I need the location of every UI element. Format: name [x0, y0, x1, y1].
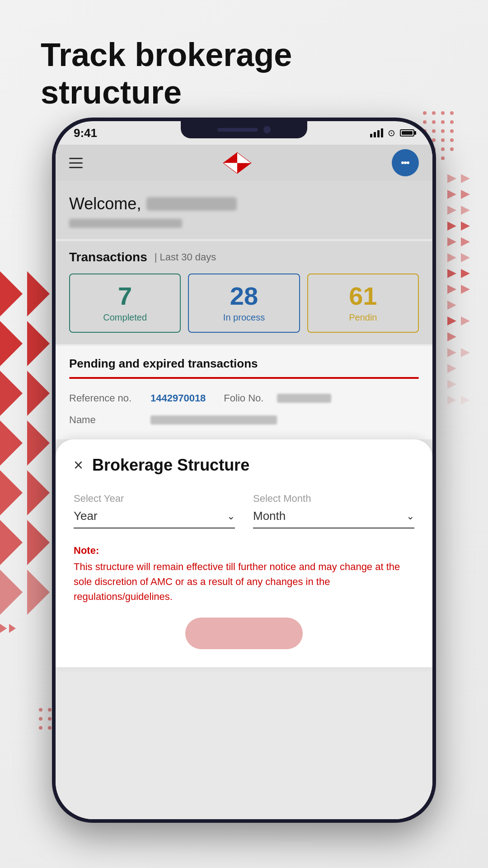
month-dropdown[interactable]: Month ⌄ — [253, 509, 414, 528]
svg-marker-58 — [0, 420, 23, 466]
svg-marker-44 — [461, 316, 470, 326]
svg-point-0 — [423, 111, 427, 115]
svg-marker-57 — [27, 371, 50, 416]
svg-marker-40 — [447, 285, 456, 294]
svg-marker-63 — [27, 520, 50, 565]
red-divider — [69, 377, 419, 379]
svg-marker-56 — [0, 371, 23, 416]
right-arrows-pattern — [445, 172, 486, 443]
note-section: Note: This structure will remain effecti… — [74, 545, 414, 604]
svg-marker-54 — [0, 321, 23, 366]
transactions-period: | Last 30 days — [155, 251, 216, 263]
pending-title: Pending and expired transactions — [69, 357, 419, 371]
svg-marker-53 — [27, 271, 50, 316]
svg-point-71 — [48, 717, 52, 721]
svg-marker-38 — [447, 269, 456, 278]
svg-marker-79 — [237, 153, 251, 163]
svg-marker-33 — [461, 222, 470, 231]
svg-point-81 — [404, 161, 407, 164]
month-chevron-icon: ⌄ — [406, 510, 414, 522]
phone-frame: 9:41 ⊙ — [52, 118, 436, 823]
page-heading: Track brokerage structure — [41, 36, 292, 111]
svg-marker-65 — [27, 570, 50, 615]
svg-marker-42 — [447, 301, 456, 310]
status-time: 9:41 — [74, 126, 97, 140]
svg-point-15 — [450, 138, 454, 142]
folio-value-blurred — [277, 394, 331, 403]
pending-expired-section: Pending and expired transactions Referen… — [56, 346, 432, 439]
svg-marker-78 — [224, 163, 237, 173]
note-text: This structure will remain effective til… — [74, 559, 414, 604]
app-header — [56, 145, 432, 181]
submit-button[interactable] — [185, 618, 303, 649]
notch-camera — [263, 126, 271, 133]
year-value: Year — [74, 509, 98, 523]
svg-marker-43 — [447, 316, 456, 326]
reference-value: 1442970018 — [150, 392, 206, 404]
phone-notch — [181, 121, 307, 138]
svg-point-70 — [39, 717, 42, 721]
status-icons: ⊙ — [370, 127, 414, 138]
svg-marker-55 — [27, 321, 50, 366]
battery-icon — [400, 129, 414, 137]
svg-marker-52 — [0, 271, 23, 316]
year-selector-group: Select Year Year ⌄ — [74, 493, 235, 528]
wifi-icon: ⊙ — [388, 127, 395, 138]
tx-pending-label: Pendin — [349, 312, 377, 323]
svg-point-11 — [450, 129, 454, 133]
tx-card-in-process[interactable]: 28 In process — [188, 274, 300, 333]
svg-marker-77 — [237, 163, 251, 173]
signal-icon — [370, 128, 383, 137]
name-value-blurred — [150, 415, 277, 425]
svg-marker-48 — [447, 364, 456, 373]
sheet-header: × Brokerage Structure — [74, 456, 414, 475]
tx-card-pending[interactable]: 61 Pendin — [307, 274, 419, 333]
month-label: Select Month — [253, 493, 414, 505]
svg-marker-51 — [461, 396, 470, 405]
svg-marker-76 — [224, 153, 237, 163]
year-dropdown[interactable]: Year ⌄ — [74, 509, 235, 528]
svg-point-10 — [441, 129, 445, 133]
svg-marker-36 — [447, 253, 456, 262]
svg-marker-29 — [461, 190, 470, 199]
svg-marker-61 — [27, 470, 50, 515]
svg-marker-27 — [461, 174, 470, 183]
app-content: Welcome, Transactions | Last 30 days 7 C… — [56, 145, 432, 819]
svg-marker-31 — [461, 206, 470, 215]
svg-marker-47 — [461, 348, 470, 357]
sheet-title: Brokerage Structure — [92, 456, 249, 475]
svg-marker-62 — [0, 520, 23, 565]
svg-marker-67 — [9, 624, 16, 633]
selectors-row: Select Year Year ⌄ Select Month Month ⌄ — [74, 493, 414, 528]
svg-point-19 — [450, 147, 454, 151]
year-chevron-icon: ⌄ — [227, 510, 235, 522]
svg-point-80 — [401, 161, 404, 164]
chat-button[interactable] — [392, 149, 419, 176]
tx-card-completed[interactable]: 7 Completed — [69, 274, 181, 333]
svg-marker-30 — [447, 206, 456, 215]
svg-marker-46 — [447, 348, 456, 357]
svg-point-7 — [450, 120, 454, 124]
welcome-name-blurred — [146, 197, 237, 211]
svg-point-18 — [441, 147, 445, 151]
svg-marker-34 — [447, 237, 456, 246]
svg-marker-64 — [0, 570, 23, 615]
tx-in-process-number: 28 — [230, 283, 258, 309]
svg-point-14 — [441, 138, 445, 142]
reference-label: Reference no. — [69, 392, 141, 404]
tx-completed-label: Completed — [103, 312, 147, 323]
welcome-subtitle-blurred — [69, 219, 182, 228]
svg-point-9 — [432, 129, 436, 133]
hamburger-menu[interactable] — [69, 158, 83, 168]
name-row: Name — [69, 410, 419, 430]
close-button[interactable]: × — [74, 456, 83, 475]
hsbc-logo — [221, 151, 253, 175]
svg-point-68 — [39, 708, 42, 712]
svg-marker-45 — [447, 332, 456, 341]
transactions-section: Transactions | Last 30 days 7 Completed … — [56, 241, 432, 344]
note-label: Note: — [74, 545, 414, 557]
svg-marker-41 — [461, 285, 470, 294]
transaction-cards: 7 Completed 28 In process 61 Pendin — [69, 274, 419, 333]
year-label: Select Year — [74, 493, 235, 505]
svg-marker-35 — [461, 237, 470, 246]
